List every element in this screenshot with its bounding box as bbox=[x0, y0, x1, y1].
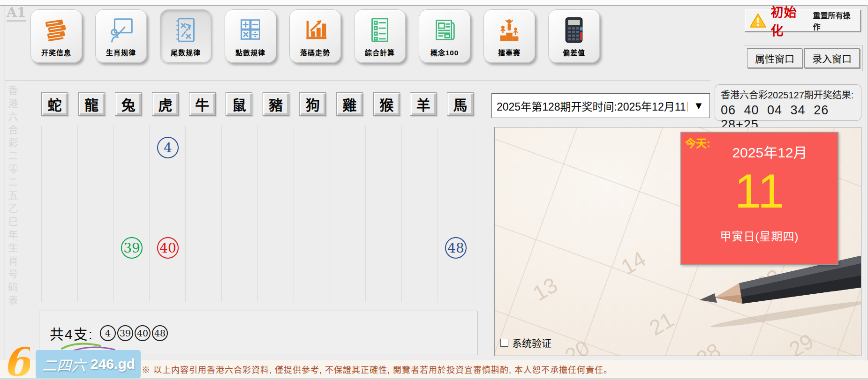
newspaper-icon bbox=[430, 15, 459, 45]
watermark-domain: 246.gd bbox=[91, 356, 135, 372]
toolbar-button-composite-calc[interactable]: 綜合計算 bbox=[354, 9, 406, 63]
zodiac-tab-snake[interactable]: 蛇 bbox=[41, 92, 68, 116]
toolbar-button-label: 擂臺賽 bbox=[498, 47, 521, 57]
toolbar-separator bbox=[5, 81, 711, 81]
zodiac-tab-pig[interactable]: 豬 bbox=[263, 92, 289, 116]
latest-result-box: 香港六合彩2025127期开奖结果: 06 40 04 34 26 28+25 bbox=[715, 84, 861, 121]
disclaimer-text: ※ 以上内容引用香港六合彩資料, 僅提供參考, 不保證其正確性, 閱覽者若用於投… bbox=[142, 363, 612, 375]
period-dropdown[interactable]: 2025年第128期开奖时间:2025年12月11日(星期四) ▼ bbox=[491, 93, 710, 118]
zodiac-tab-monkey[interactable]: 猴 bbox=[373, 92, 400, 116]
initialize-sublabel: 重置所有操作 bbox=[813, 9, 856, 32]
podium-icon bbox=[495, 15, 524, 45]
toolbar-button-label: 尾数规律 bbox=[171, 47, 201, 57]
initialize-button[interactable]: 初始化 重置所有操作 bbox=[745, 9, 861, 32]
toolbar-button-concept-100[interactable]: 概念100 bbox=[419, 9, 470, 63]
window-frame-left bbox=[5, 5, 5, 380]
zodiac-tab-ox[interactable]: 牛 bbox=[189, 92, 216, 116]
toolbar-button-zodiac-rule[interactable]: 生肖规律 bbox=[95, 9, 147, 63]
warning-icon bbox=[749, 13, 767, 29]
period-dropdown-value: 2025年第128期开奖时间:2025年12月11日(星期四) bbox=[492, 98, 688, 114]
summary-number: 39 bbox=[117, 325, 133, 341]
entry-window-button[interactable]: 录入窗口 bbox=[804, 48, 860, 68]
watermark-script-text: 二四六 bbox=[42, 354, 86, 375]
zodiac-tab-goat[interactable]: 羊 bbox=[410, 92, 437, 116]
toolbar-button-label: 綜合計算 bbox=[365, 47, 395, 57]
zodiac-tab-tiger[interactable]: 虎 bbox=[152, 92, 179, 116]
number-mark[interactable]: 4 bbox=[157, 137, 179, 158]
watermark-six-logo: 6 bbox=[3, 343, 30, 380]
summary-number: 48 bbox=[152, 325, 168, 341]
zodiac-tab-dragon[interactable]: 龍 bbox=[78, 92, 105, 116]
window-frame-right bbox=[867, 5, 868, 380]
calendar-day-info: 甲寅日(星期四) bbox=[681, 227, 838, 244]
toolbar-button-label: 概念100 bbox=[430, 47, 459, 57]
toolbar-button-label: 點數規律 bbox=[235, 47, 265, 57]
toolbar-button-tail-rule[interactable]: 尾数规律 bbox=[160, 9, 211, 63]
toolbar-button-label: 落碼走勢 bbox=[300, 47, 330, 57]
side-vertical-title: 香港六合彩二零二五乙巳年生肖号码表 bbox=[8, 85, 17, 308]
zodiac-tab-rooster[interactable]: 雞 bbox=[336, 92, 363, 116]
initialize-label: 初始化 bbox=[771, 2, 809, 39]
system-verify-checkbox-row[interactable]: 系统验证 bbox=[500, 335, 551, 350]
property-window-button[interactable]: 属性窗口 bbox=[747, 48, 802, 68]
window-top-margin bbox=[0, 0, 868, 5]
summary-number: 40 bbox=[135, 325, 151, 341]
calendar-panel: 14 13 22 21 20 29 28 今天: 2025年12月 11 甲寅日… bbox=[494, 127, 861, 356]
bar-chart-icon bbox=[301, 15, 330, 45]
zodiac-tab-rabbit[interactable]: 兔 bbox=[115, 92, 142, 116]
zodiac-tab-row: 蛇 龍 兔 虎 牛 鼠 豬 狗 雞 猴 羊 馬 bbox=[41, 92, 474, 117]
chevron-down-icon: ▼ bbox=[688, 100, 709, 112]
app-window: A1 开奖信息 生肖规律 bbox=[0, 0, 868, 380]
window-frame-top bbox=[0, 5, 868, 6]
summary-number: 4 bbox=[100, 325, 116, 341]
zodiac-number-grid[interactable]: 4 39 40 48 bbox=[41, 126, 474, 302]
presenter-icon bbox=[106, 15, 136, 45]
today-label: 今天: bbox=[685, 134, 710, 150]
window-buttons-group: 属性窗口 录入窗口 bbox=[744, 45, 863, 71]
zodiac-tab-horse[interactable]: 馬 bbox=[447, 92, 474, 116]
corner-label: A1 bbox=[7, 6, 26, 22]
calendar-day: 11 bbox=[681, 167, 838, 215]
latest-result-title: 香港六合彩2025127期开奖结果: bbox=[721, 88, 856, 101]
today-calendar-card: 今天: 2025年12月 11 甲寅日(星期四) bbox=[680, 132, 838, 265]
toolbar-button-points-rule[interactable]: 點數規律 bbox=[225, 9, 276, 63]
toolbar-button-draw-info[interactable]: 开奖信息 bbox=[30, 9, 82, 63]
checkbox-icon[interactable] bbox=[500, 339, 508, 347]
watermark-badge: 二四六 246.gd bbox=[36, 350, 141, 378]
books-icon bbox=[42, 15, 71, 45]
toolbar-button-label: 偏差值 bbox=[563, 47, 585, 57]
system-verify-label: 系统验证 bbox=[512, 335, 551, 350]
playbook-icon bbox=[171, 15, 200, 45]
toolbar-button-label: 生肖规律 bbox=[106, 47, 136, 57]
calculator-icon bbox=[559, 15, 589, 45]
toolbar-button-deviation[interactable]: 偏差值 bbox=[548, 9, 600, 63]
number-mark[interactable]: 40 bbox=[157, 237, 179, 259]
toolbar-button-trend[interactable]: 落碼走勢 bbox=[289, 9, 341, 63]
math-grid-icon bbox=[236, 15, 265, 45]
zodiac-tab-dog[interactable]: 狗 bbox=[299, 92, 326, 116]
window-bottom-edge bbox=[0, 378, 868, 380]
number-mark[interactable]: 48 bbox=[445, 237, 467, 259]
summary-label: 共4支: bbox=[50, 323, 93, 343]
toolbar-button-arena[interactable]: 擂臺賽 bbox=[483, 9, 535, 63]
zodiac-tab-rat[interactable]: 鼠 bbox=[226, 92, 252, 116]
checklist-icon bbox=[365, 15, 394, 45]
number-mark[interactable]: 39 bbox=[121, 237, 143, 259]
toolbar-button-label: 开奖信息 bbox=[41, 47, 71, 57]
